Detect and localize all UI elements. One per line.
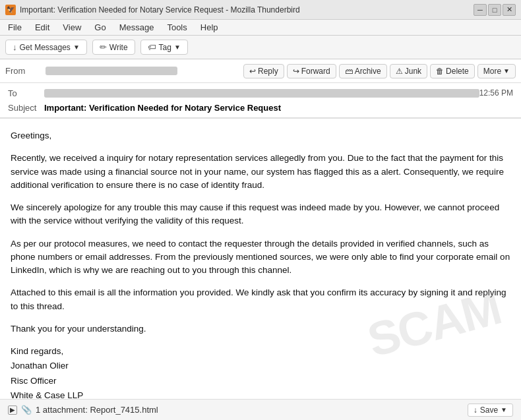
paragraph5: Thank you for your understanding.	[11, 322, 510, 336]
email-body[interactable]: Greetings, Recently, we received a inqui…	[0, 119, 521, 399]
sign-off: Kind regards,	[11, 345, 510, 358]
save-chevron-icon: ▼	[501, 406, 507, 413]
to-row: To 12:56 PM	[0, 86, 521, 100]
email-action-toolbar: From ↩ Reply ↪ Forward 🗃 Archive ⚠ Junk …	[0, 59, 521, 83]
menu-go[interactable]: Go	[89, 21, 111, 34]
tag-button[interactable]: 🏷 Tag ▼	[140, 40, 188, 55]
signature: Kind regards, Jonathan Olier Risc Office…	[11, 345, 510, 399]
reply-icon: ↩	[249, 67, 256, 76]
window-controls: ─ □ ✕	[474, 4, 516, 16]
paragraph2: We sincerely apologize for any trouble t…	[11, 201, 510, 228]
paragraph1: Recently, we received a inquiry for nota…	[11, 152, 510, 192]
save-arrow-icon: ↓	[474, 405, 477, 415]
sender-name: Jonathan Olier	[11, 359, 510, 373]
menu-help[interactable]: Help	[195, 21, 224, 34]
sender-company: White & Case LLP	[11, 389, 510, 399]
main-content: From ↩ Reply ↪ Forward 🗃 Archive ⚠ Junk …	[0, 59, 521, 420]
menu-edit[interactable]: Edit	[30, 21, 55, 34]
paragraph4: Attached to this email is all the inform…	[11, 286, 510, 313]
tag-icon: 🏷	[148, 42, 156, 52]
menu-tools[interactable]: Tools	[162, 21, 192, 34]
get-messages-button[interactable]: ↓ Get Messages ▼	[5, 40, 87, 55]
menu-file[interactable]: File	[3, 21, 27, 34]
close-button[interactable]: ✕	[503, 4, 516, 16]
menu-message[interactable]: Message	[114, 21, 160, 34]
delete-icon: 🗑	[436, 67, 444, 76]
delete-button[interactable]: 🗑 Delete	[430, 64, 475, 78]
from-header-inline: From	[5, 66, 177, 76]
menu-view[interactable]: View	[57, 21, 86, 34]
save-attachment-button[interactable]: ↓ Save ▼	[468, 404, 513, 417]
from-value-blurred	[46, 67, 177, 75]
title-bar: 🦅 Important: Verification Needed for Not…	[0, 0, 521, 20]
subject-value: Important: Verification Needed for Notar…	[44, 103, 513, 113]
write-icon: ✏	[100, 42, 107, 52]
subject-row: Subject Important: Verification Needed f…	[0, 100, 521, 115]
reply-button[interactable]: ↩ Reply	[243, 64, 284, 78]
get-messages-icon: ↓	[13, 42, 17, 52]
attachment-text: 1 attachment: Report_7415.html	[36, 405, 158, 415]
more-chevron-icon: ▼	[503, 67, 510, 75]
window-title: Important: Verification Needed for Notar…	[20, 5, 300, 15]
email-actions: ↩ Reply ↪ Forward 🗃 Archive ⚠ Junk 🗑 Del…	[243, 64, 516, 78]
junk-icon: ⚠	[396, 67, 403, 76]
email-header-fields: To 12:56 PM Subject Important: Verificat…	[0, 83, 521, 118]
subject-label: Subject	[8, 103, 44, 113]
email-body-container: Greetings, Recently, we received a inqui…	[0, 119, 521, 399]
sender-title: Risc Officer	[11, 375, 510, 388]
forward-button[interactable]: ↪ Forward	[287, 64, 336, 78]
write-button[interactable]: ✏ Write	[92, 40, 135, 55]
to-label: To	[8, 88, 44, 98]
forward-icon: ↪	[293, 67, 299, 76]
email-time: 12:56 PM	[479, 88, 513, 98]
attachment-info: ▶ 📎 1 attachment: Report_7415.html	[8, 405, 158, 415]
junk-button[interactable]: ⚠ Junk	[390, 64, 427, 78]
minimize-button[interactable]: ─	[474, 4, 487, 16]
menu-bar: File Edit View Go Message Tools Help	[0, 20, 521, 36]
attachment-bar: ▶ 📎 1 attachment: Report_7415.html ↓ Sav…	[0, 399, 521, 420]
archive-icon: 🗃	[345, 67, 353, 76]
attachment-paperclip-icon: 📎	[21, 405, 32, 415]
archive-button[interactable]: 🗃 Archive	[339, 64, 387, 78]
app-icon: 🦅	[5, 5, 16, 15]
more-button[interactable]: More ▼	[477, 64, 516, 78]
paragraph3: As per our protocol measures, we need to…	[11, 237, 510, 278]
maximize-button[interactable]: □	[488, 4, 501, 16]
to-value-blurred	[44, 89, 479, 98]
attachment-toggle-button[interactable]: ▶	[8, 405, 17, 415]
main-toolbar: ↓ Get Messages ▼ ✏ Write 🏷 Tag ▼	[0, 36, 521, 59]
greeting: Greetings,	[11, 129, 510, 142]
from-label: From	[5, 66, 42, 76]
